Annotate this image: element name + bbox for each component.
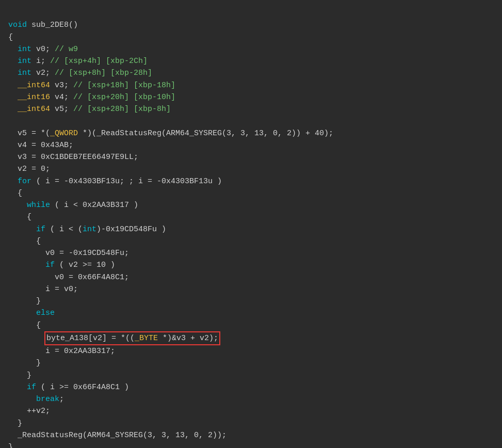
- line-9: [8, 117, 13, 125]
- line-27: byte_A138[v2] = *((_BYTE *)&v3 + v2);: [8, 334, 220, 343]
- line-6: __int64 v3; // [xsp+18h] [xbp-18h]: [8, 81, 175, 90]
- line-36: }: [8, 443, 13, 448]
- line-32: break;: [8, 395, 64, 404]
- line-31: if ( i >= 0x66F4A8C1 ): [8, 383, 129, 392]
- line-14: for ( i = -0x4303BF13u; ; i = -0x4303BF1…: [8, 177, 222, 186]
- line-19: {: [8, 237, 41, 246]
- line-15: {: [8, 189, 22, 198]
- line-16: while ( i < 0x2AA3B317 ): [8, 201, 138, 210]
- line-33: ++v2;: [8, 407, 50, 415]
- line-24: }: [8, 297, 41, 306]
- line-20: v0 = -0x19CD548Fu;: [8, 249, 129, 258]
- line-8: __int64 v5; // [xsp+28h] [xbp-8h]: [8, 105, 171, 114]
- line-30: }: [8, 371, 31, 380]
- line-3: int v0; // w9: [8, 45, 78, 54]
- line-21: if ( v2 >= 10 ): [8, 261, 115, 269]
- line-7: __int16 v4; // [xsp+20h] [xbp-10h]: [8, 93, 175, 102]
- line-5: int v2; // [xsp+8h] [xbp-28h]: [8, 69, 152, 77]
- line-10: v5 = *(_QWORD *)(_ReadStatusReg(ARM64_SY…: [8, 129, 333, 138]
- line-25: else: [8, 309, 55, 317]
- line-29: }: [8, 359, 41, 367]
- highlighted-statement: byte_A138[v2] = *((_BYTE *)&v3 + v2);: [44, 331, 220, 345]
- line-11: v4 = 0x43AB;: [8, 141, 73, 150]
- line-1: void sub_2DE8(): [8, 21, 78, 29]
- line-28: i = 0x2AA3B317;: [8, 347, 115, 356]
- line-34: }: [8, 419, 22, 428]
- line-2: {: [8, 33, 13, 42]
- line-12: v3 = 0xC1BDEB7EE66497E9LL;: [8, 153, 138, 162]
- line-13: v2 = 0;: [8, 165, 50, 173]
- line-23: i = v0;: [8, 285, 78, 294]
- line-22: v0 = 0x66F4A8C1;: [8, 273, 129, 282]
- line-26: {: [8, 321, 41, 330]
- line-17: {: [8, 213, 31, 221]
- line-4: int i; // [xsp+4h] [xbp-2Ch]: [8, 57, 148, 66]
- line-18: if ( i < (int)-0x19CD548Fu ): [8, 225, 166, 234]
- code-editor: void sub_2DE8() { int v0; // w9 int i; /…: [0, 5, 502, 448]
- line-35: _ReadStatusReg(ARM64_SYSREG(3, 3, 13, 0,…: [8, 431, 226, 440]
